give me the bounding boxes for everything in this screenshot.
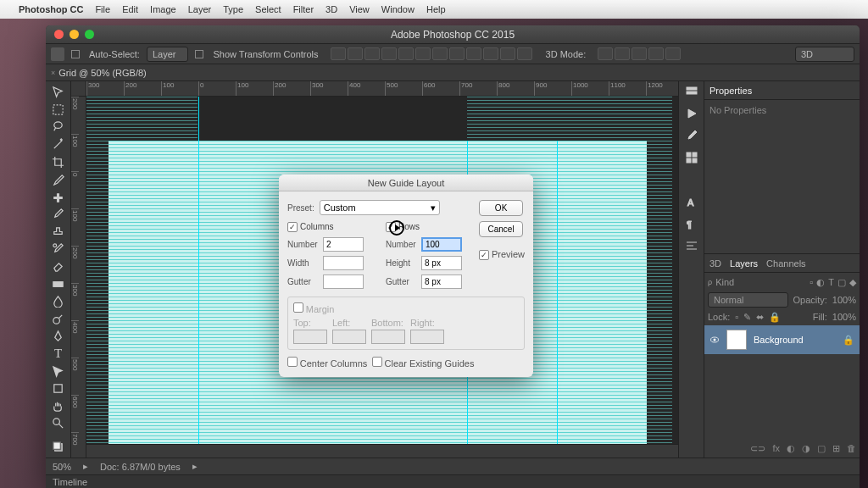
status-bar[interactable]: 50% ▸ Doc: 6.87M/0 bytes ▸ <box>46 458 860 474</box>
col-width-input[interactable] <box>323 256 364 270</box>
horizontal-scrollbar[interactable] <box>86 444 678 458</box>
path-tool-icon[interactable] <box>50 363 67 379</box>
preset-select[interactable]: Custom▾ <box>320 200 440 215</box>
color-swatch-icon[interactable] <box>50 439 67 454</box>
layer-thumbnail[interactable] <box>726 330 747 350</box>
swatches-icon[interactable] <box>685 151 698 164</box>
zoom-level[interactable]: 50% <box>53 462 71 472</box>
align-icon[interactable] <box>685 239 698 252</box>
visibility-icon[interactable] <box>709 335 720 345</box>
layer-filter-row[interactable]: ρKind ▫◐T▢◆ <box>704 273 860 291</box>
blend-mode-select[interactable]: Normal <box>708 292 788 308</box>
app-name[interactable]: Photoshop CC <box>19 4 83 14</box>
zoom-tool-icon[interactable] <box>50 416 67 431</box>
brush-tool-icon[interactable] <box>50 207 67 222</box>
menu-layer[interactable]: Layer <box>188 4 212 14</box>
mask-icon[interactable]: ◐ <box>787 443 795 454</box>
menu-3d[interactable]: 3D <box>326 4 337 14</box>
opacity-value[interactable]: 100% <box>832 295 856 305</box>
pen-tool-icon[interactable] <box>50 329 67 344</box>
gradient-tool-icon[interactable] <box>50 276 67 291</box>
eraser-tool-icon[interactable] <box>50 259 67 274</box>
rows-checkbox[interactable]: ✓ <box>386 222 396 232</box>
new-guide-layout-dialog[interactable]: New Guide Layout OK Cancel ✓ Preview Pre… <box>279 175 533 377</box>
link-icon[interactable]: ⊂⊃ <box>750 443 765 454</box>
move-tool-icon[interactable] <box>50 85 67 100</box>
ok-button[interactable]: OK <box>479 200 523 216</box>
menu-type[interactable]: Type <box>223 4 243 14</box>
vertical-ruler[interactable]: 2001000100200300400500600700800 <box>71 97 86 458</box>
menu-filter[interactable]: Filter <box>293 4 314 14</box>
tab-channels[interactable]: Channels <box>766 258 805 269</box>
collapsed-panels[interactable]: A ¶ <box>678 81 704 458</box>
menu-view[interactable]: View <box>349 4 370 14</box>
timeline-panel[interactable]: Timeline <box>46 474 860 488</box>
brush-preset-icon[interactable] <box>685 129 698 142</box>
mode3d-icons[interactable] <box>598 47 681 60</box>
col-gutter-input[interactable] <box>323 274 364 289</box>
ruler-origin[interactable] <box>71 81 86 97</box>
adjustment-icon[interactable]: ◑ <box>802 443 810 454</box>
column-guide[interactable] <box>198 97 199 458</box>
crop-tool-icon[interactable] <box>50 154 67 169</box>
col-number-input[interactable] <box>323 237 364 252</box>
hand-tool-icon[interactable] <box>50 398 67 413</box>
minimize-button[interactable] <box>70 30 79 39</box>
menu-file[interactable]: File <box>95 4 110 14</box>
tab-3d[interactable]: 3D <box>709 258 721 269</box>
margin-checkbox[interactable] <box>293 302 303 313</box>
menu-select[interactable]: Select <box>255 4 281 14</box>
timeline-label[interactable]: Timeline <box>53 477 87 487</box>
clear-guides-checkbox[interactable] <box>372 357 382 367</box>
character-icon[interactable]: A <box>685 195 698 208</box>
menu-edit[interactable]: Edit <box>122 4 138 14</box>
maximize-button[interactable] <box>85 30 94 39</box>
menu-image[interactable]: Image <box>150 4 176 14</box>
lock-row[interactable]: Lock:▫✎⬌🔒 Fill:100% <box>704 308 860 325</box>
preview-checkbox[interactable]: ✓ <box>479 250 489 260</box>
auto-select-checkbox[interactable] <box>71 50 80 58</box>
folder-icon[interactable]: ▢ <box>817 443 826 454</box>
dialog-title[interactable]: New Guide Layout <box>279 175 533 191</box>
layer-select[interactable]: Layer <box>147 47 189 62</box>
window-titlebar[interactable]: Adobe Photoshop CC 2015 <box>46 25 860 44</box>
columns-checkbox[interactable]: ✓ <box>287 222 298 232</box>
options-bar[interactable]: Auto-Select: Layer Show Transform Contro… <box>46 44 860 64</box>
properties-panel-tab[interactable]: Properties <box>704 81 860 100</box>
paragraph-icon[interactable]: ¶ <box>685 217 698 230</box>
stamp-tool-icon[interactable] <box>50 225 67 240</box>
heal-tool-icon[interactable] <box>50 189 67 204</box>
close-button[interactable] <box>54 30 64 39</box>
blur-tool-icon[interactable] <box>50 294 67 309</box>
shape-tool-icon[interactable] <box>50 381 67 396</box>
lasso-tool-icon[interactable] <box>50 119 67 135</box>
row-number-input[interactable] <box>421 237 462 252</box>
layers-panel-tabs[interactable]: 3D Layers Channels <box>704 254 860 273</box>
tab-layers[interactable]: Layers <box>730 258 758 269</box>
macos-menubar[interactable]: Photoshop CC File Edit Image Layer Type … <box>0 0 868 19</box>
type-tool-icon[interactable]: T <box>50 347 67 362</box>
history-brush-icon[interactable] <box>50 241 67 257</box>
menu-window[interactable]: Window <box>381 4 415 14</box>
document-tabbar[interactable]: × Grid @ 50% (RGB/8) <box>46 64 860 81</box>
show-transform-checkbox[interactable] <box>195 50 203 58</box>
eyedropper-tool-icon[interactable] <box>50 172 67 187</box>
column-guide[interactable] <box>557 97 558 458</box>
new-layer-icon[interactable]: ⊞ <box>832 443 840 454</box>
align-icons[interactable] <box>331 47 532 60</box>
layer-background[interactable]: Background 🔒 <box>704 325 860 354</box>
row-gutter-input[interactable] <box>421 274 462 289</box>
doc-info[interactable]: Doc: 6.87M/0 bytes <box>100 462 181 472</box>
chevron-icon[interactable]: ▸ <box>83 461 88 472</box>
menu-help[interactable]: Help <box>426 4 446 14</box>
properties-tab[interactable]: Properties <box>709 86 752 96</box>
workspace-select[interactable]: 3D <box>795 47 854 62</box>
wand-tool-icon[interactable] <box>50 137 67 152</box>
tab-close-icon[interactable]: × <box>51 69 55 77</box>
tools-panel[interactable]: T <box>46 81 71 458</box>
center-columns-checkbox[interactable] <box>287 357 298 367</box>
marquee-tool-icon[interactable] <box>50 103 67 118</box>
blend-mode-row[interactable]: Normal Opacity: 100% <box>704 291 860 308</box>
trash-icon[interactable]: 🗑 <box>847 443 856 453</box>
fx-icon[interactable]: fx <box>772 443 780 453</box>
